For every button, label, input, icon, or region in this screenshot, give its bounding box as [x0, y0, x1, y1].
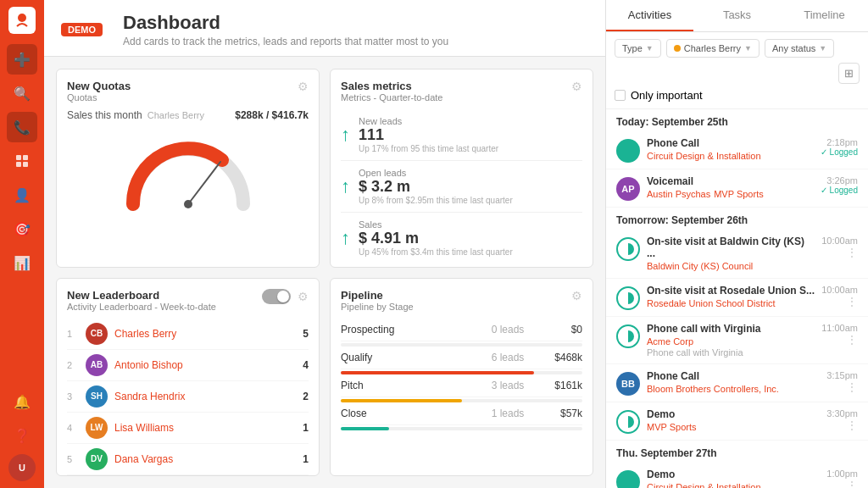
sidebar-item-add[interactable]: ➕: [7, 44, 37, 75]
arrow-up-icon: ↑: [341, 124, 350, 146]
activity-title: Demo: [647, 408, 820, 420]
tab-tasks[interactable]: Tasks: [693, 0, 781, 31]
activity-item[interactable]: Demo Circuit Design & Installation Refer…: [606, 463, 868, 488]
gear-icon[interactable]: ⚙: [298, 290, 309, 303]
activity-time-area: 11:00am ⋮: [821, 323, 858, 347]
list-item: 2 AB Antonio Bishop 4: [67, 350, 309, 381]
activity-type-icon: [616, 410, 640, 434]
activity-title: Demo: [647, 469, 820, 480]
grid-view-button[interactable]: ⊞: [838, 63, 860, 84]
user-status-dot: [674, 45, 681, 52]
activity-body: Demo Circuit Design & Installation Refer…: [647, 469, 820, 488]
lb-name[interactable]: Lisa Williams: [114, 422, 296, 434]
activity-time: 3:30pm: [826, 408, 858, 419]
metric-value: 111: [359, 126, 498, 144]
activity-link[interactable]: MVP Sports: [647, 422, 697, 432]
sidebar-item-user[interactable]: 👤: [7, 180, 37, 210]
more-options-icon[interactable]: ⋮: [846, 479, 858, 488]
metric-change: Up 8% from $2.95m this time last quarter: [359, 196, 513, 205]
activity-time-area: 3:30pm ⋮: [826, 408, 858, 432]
lb-rank: 5: [67, 454, 79, 464]
lb-rank: 1: [67, 329, 79, 339]
activity-type-icon: [616, 286, 640, 310]
sidebar-item-phone[interactable]: 📞: [7, 112, 37, 142]
activity-time-area: 1:00pm ⋮: [826, 469, 858, 488]
activity-body: Phone Call Bloom Brothers Controllers, I…: [647, 370, 820, 395]
metric-row: ↑ Open leads $ 3.2 m Up 8% from $2.95m t…: [341, 161, 582, 213]
activity-item[interactable]: BB Phone Call Bloom Brothers Controllers…: [606, 364, 868, 402]
tab-timeline[interactable]: Timeline: [781, 0, 868, 31]
sidebar-item-grid[interactable]: [7, 146, 37, 176]
activity-body: Demo MVP Sports: [647, 408, 820, 433]
activity-link[interactable]: Baldwin City (KS) Council: [647, 261, 753, 271]
activity-item[interactable]: On-site visit at Rosedale Union S... Ros…: [606, 279, 868, 317]
type-filter[interactable]: Type ▼: [615, 39, 661, 58]
sidebar-item-target[interactable]: 🎯: [7, 214, 37, 244]
sidebar-item-chart[interactable]: 📊: [7, 247, 37, 278]
more-options-icon[interactable]: ⋮: [846, 295, 858, 308]
important-checkbox[interactable]: [615, 90, 626, 101]
pipeline-bar-bg: [341, 427, 582, 430]
tab-activities[interactable]: Activities: [606, 0, 693, 31]
activity-link2[interactable]: MVP Sports: [714, 189, 764, 199]
activity-link[interactable]: Acme Corp: [647, 336, 693, 347]
svg-point-6: [184, 200, 192, 208]
quota-sales-label: Sales this month: [67, 109, 142, 121]
more-options-icon[interactable]: ⋮: [846, 333, 858, 347]
more-options-icon[interactable]: ⋮: [846, 380, 858, 394]
activity-item[interactable]: Phone call with Virginia Acme Corp Phone…: [606, 317, 868, 364]
quota-title: New Quotas: [67, 80, 131, 92]
gear-icon[interactable]: ⚙: [571, 80, 582, 93]
activity-title: Voicemail: [647, 175, 814, 187]
status-filter[interactable]: Any status ▼: [765, 39, 834, 58]
lb-name[interactable]: Antonio Bishop: [114, 359, 296, 371]
pipeline-amount: $57k: [540, 408, 582, 419]
activity-link[interactable]: Austin Psychas: [647, 189, 710, 199]
chevron-down-icon: ▼: [744, 44, 752, 53]
metric-row: ↑ New leads 111 Up 17% from 95 this time…: [341, 109, 582, 161]
user-avatar[interactable]: U: [8, 454, 36, 481]
activity-link[interactable]: Circuit Design & Installation: [647, 482, 761, 488]
sales-metrics-card: Sales metrics Metrics - Quarter-to-date …: [330, 69, 593, 268]
app-logo: [8, 7, 36, 34]
activity-item[interactable]: Demo MVP Sports 3:30pm ⋮: [606, 402, 868, 441]
main-area: DEMO Dashboard Add cards to track the me…: [44, 0, 605, 488]
activity-body: On-site visit at Rosedale Union S... Ros…: [647, 285, 815, 309]
dashboard-grid: New Quotas Quotas ⚙ Sales this month Cha…: [44, 57, 605, 488]
user-filter[interactable]: Charles Berry ▼: [666, 39, 760, 58]
metric-change: Up 17% from 95 this time last quarter: [359, 144, 498, 153]
activity-item[interactable]: On-site visit at Baldwin City (KS) ... B…: [606, 230, 868, 279]
demo-badge: DEMO: [61, 23, 103, 36]
activity-time-area: 3:15pm ⋮: [826, 370, 858, 394]
activity-item[interactable]: Phone Call Circuit Design & Installation…: [606, 131, 868, 169]
svg-rect-3: [16, 162, 21, 167]
pipeline-leads: 3 leads: [482, 380, 533, 391]
lb-name[interactable]: Sandra Hendrix: [114, 391, 296, 402]
activity-link[interactable]: Circuit Design & Installation: [647, 151, 761, 161]
metric-value: $ 4.91 m: [359, 230, 513, 247]
lb-name[interactable]: Dana Vargas: [114, 453, 296, 465]
activity-link[interactable]: Rosedale Union School District: [647, 298, 776, 308]
list-item: 4 LW Lisa Williams 1: [67, 413, 309, 444]
sidebar-item-search[interactable]: 🔍: [7, 78, 37, 108]
more-options-icon[interactable]: ⋮: [846, 246, 858, 259]
activity-item[interactable]: AP Voicemail Austin PsychasMVP Sports 3:…: [606, 169, 868, 208]
more-options-icon[interactable]: ⋮: [846, 419, 858, 432]
quota-user: Charles Berry: [147, 110, 204, 120]
sidebar-item-help[interactable]: ❓: [7, 420, 37, 451]
leaderboard-toggle[interactable]: [262, 289, 291, 304]
filter-area: Type ▼ Charles Berry ▼ Any status ▼ ⊞ On…: [606, 32, 868, 109]
activity-link[interactable]: Bloom Brothers Controllers, Inc.: [647, 384, 779, 394]
sidebar: ➕ 🔍 📞 👤 🎯 📊 🔔 ❓ U: [0, 0, 44, 488]
activity-time-area: 2:18pm ✓ Logged: [821, 137, 858, 157]
lb-name[interactable]: Charles Berry: [114, 328, 296, 340]
pipeline-stage: Pitch: [341, 380, 476, 391]
sidebar-item-bell[interactable]: 🔔: [7, 386, 37, 417]
activity-day-header: Today: September 25th: [606, 109, 868, 131]
gear-icon[interactable]: ⚙: [571, 289, 582, 302]
pipeline-amount: $468k: [540, 352, 582, 363]
right-panel: Activities Tasks Timeline Type ▼ Charles…: [605, 0, 868, 488]
leaderboard-subtitle: Activity Leaderboard - Week-to-date: [67, 302, 216, 312]
activity-type-icon: [616, 139, 640, 163]
gear-icon[interactable]: ⚙: [298, 80, 309, 93]
